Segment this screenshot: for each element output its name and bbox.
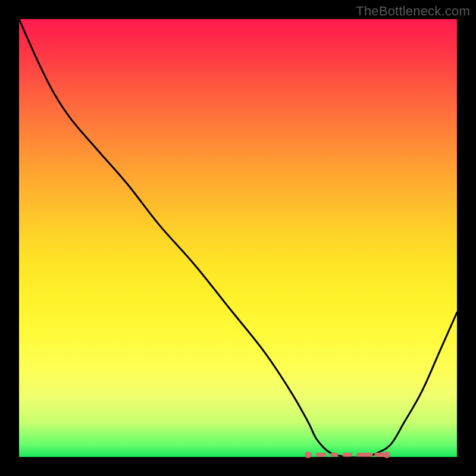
curve-svg <box>19 19 457 457</box>
chart-frame: TheBottleneck.com <box>0 0 476 476</box>
bottleneck-curve-path <box>19 19 457 458</box>
plot-area <box>19 19 457 457</box>
attribution-text: TheBottleneck.com <box>356 4 470 19</box>
